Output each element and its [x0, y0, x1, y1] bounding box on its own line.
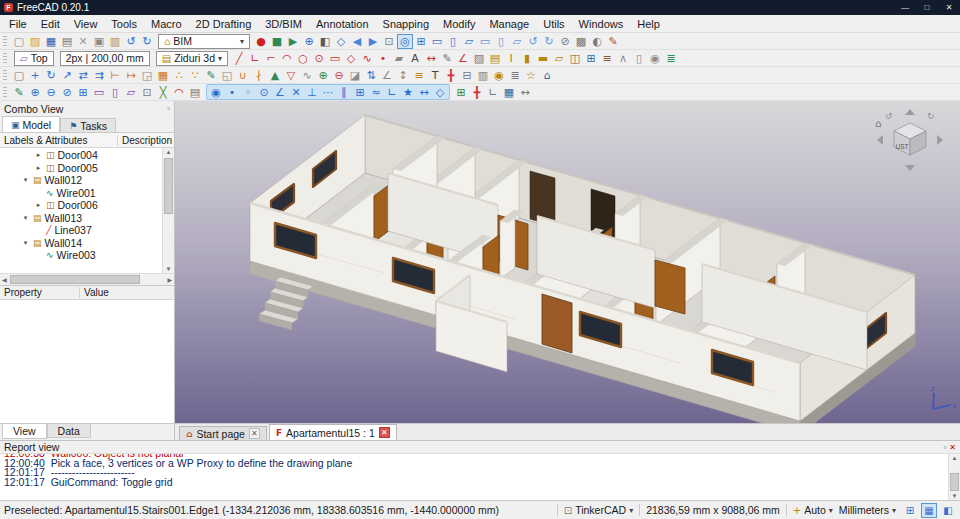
- view-right-icon[interactable]: ▱: [461, 34, 477, 49]
- toolbar-handle[interactable]: [3, 70, 7, 81]
- draft-ellipse-icon[interactable]: ⊙: [311, 51, 327, 66]
- view-top-icon[interactable]: ▯: [445, 34, 461, 49]
- snap-midpoint-icon[interactable]: ◦: [240, 85, 256, 100]
- close-button[interactable]: ✕: [938, 3, 960, 12]
- draft-fillet-icon[interactable]: ⌐: [263, 51, 279, 66]
- snap-extension-icon[interactable]: ⋯: [320, 85, 336, 100]
- tree-expander-icon[interactable]: ▾: [21, 239, 30, 247]
- snap-perpendicular-icon[interactable]: ⊥: [304, 85, 320, 100]
- zoom-region-icon[interactable]: ◎: [397, 34, 413, 49]
- scroll-up-icon[interactable]: ▲: [163, 149, 174, 155]
- tab-view[interactable]: View: [2, 424, 47, 439]
- scrollbar-thumb[interactable]: [10, 275, 140, 284]
- menu-item[interactable]: Annotation: [309, 16, 376, 32]
- status-edit-icon[interactable]: ◧: [940, 503, 956, 518]
- bim-views-icon[interactable]: ▤: [187, 85, 203, 100]
- point-array-icon[interactable]: ∵: [187, 68, 203, 83]
- scale-icon[interactable]: ↗: [59, 68, 75, 83]
- toggle-visibility-icon[interactable]: ◐: [589, 34, 605, 49]
- tree-item[interactable]: ∿ Wire003: [0, 249, 162, 262]
- snap-dimensions-icon[interactable]: ↔: [416, 85, 432, 100]
- tree-expander-icon[interactable]: ▸: [34, 151, 43, 159]
- annotation-text-icon[interactable]: T: [427, 68, 443, 83]
- toggle-grid-icon[interactable]: ⊞: [453, 85, 469, 100]
- sync-view-icon[interactable]: ⊞: [413, 34, 429, 49]
- menu-item[interactable]: 2D Drafting: [189, 16, 259, 32]
- bim-panel-icon[interactable]: ▯: [631, 51, 647, 66]
- draft-bspline-icon[interactable]: ∿: [359, 51, 375, 66]
- toggle-construction-icon[interactable]: ╳: [155, 85, 171, 100]
- flip-icon[interactable]: ↕: [395, 68, 411, 83]
- stretch-icon[interactable]: ↦: [123, 68, 139, 83]
- array-icon[interactable]: ▦: [155, 68, 171, 83]
- units-selector[interactable]: Millimeters ▾: [839, 504, 896, 516]
- maximize-button[interactable]: □: [916, 3, 938, 12]
- property-editor[interactable]: [0, 300, 174, 423]
- menu-item[interactable]: Tools: [104, 16, 144, 32]
- axes-icon[interactable]: ╋: [469, 85, 485, 100]
- status-grid-icon[interactable]: ⊞: [902, 503, 918, 518]
- fit-all-icon[interactable]: ⊕: [301, 34, 317, 49]
- bim-beam-icon[interactable]: ▬: [535, 51, 551, 66]
- print-icon[interactable]: ▤: [59, 34, 75, 49]
- split-icon[interactable]: ∤: [251, 68, 267, 83]
- menu-item[interactable]: Windows: [572, 16, 631, 32]
- draft-polygon-icon[interactable]: ◇: [343, 51, 359, 66]
- tree-expander-icon[interactable]: ▸: [34, 201, 43, 209]
- view-front-icon[interactable]: ▭: [429, 34, 445, 49]
- draw-style-icon[interactable]: ◧: [317, 34, 333, 49]
- tab-close-icon[interactable]: ✕: [379, 427, 390, 438]
- compound-icon[interactable]: ⊞: [75, 85, 91, 100]
- nav-back-icon[interactable]: ◀: [349, 34, 365, 49]
- tree-item[interactable]: ∿ Wire001: [0, 187, 162, 200]
- link-select-icon[interactable]: ⊡: [381, 34, 397, 49]
- toolbar-handle[interactable]: [3, 53, 7, 64]
- scrollbar-thumb[interactable]: [950, 473, 959, 491]
- bim-slab-icon[interactable]: ▱: [551, 51, 567, 66]
- 3d-viewport[interactable]: ⌂ ↺ ↻ UST x z: [175, 101, 960, 423]
- view-bottom-icon[interactable]: ▯: [493, 34, 509, 49]
- tree-item[interactable]: ▾ ▤ Wall012: [0, 174, 162, 187]
- snap-center-icon[interactable]: ⊙: [256, 85, 272, 100]
- texture-icon[interactable]: ▩: [573, 34, 589, 49]
- bim-stairs-icon[interactable]: ≡: [599, 51, 615, 66]
- menu-item[interactable]: Modify: [436, 16, 482, 32]
- sketch-icon[interactable]: ✎: [11, 85, 27, 100]
- tree-vertical-scrollbar[interactable]: ▲ ▼: [162, 148, 174, 273]
- bim-rebar-icon[interactable]: ≣: [663, 51, 679, 66]
- macro-record-icon[interactable]: ●: [253, 34, 269, 49]
- snap-ortho-icon[interactable]: ∟: [384, 85, 400, 100]
- redo-icon[interactable]: ↻: [139, 34, 155, 49]
- undo-icon[interactable]: ↺: [123, 34, 139, 49]
- rotate-icon[interactable]: ↻: [43, 68, 59, 83]
- draft-shapestring-icon[interactable]: A: [407, 51, 423, 66]
- move-icon[interactable]: +: [27, 68, 43, 83]
- snap-parallel-icon[interactable]: ∥: [336, 85, 352, 100]
- draft-circle-icon[interactable]: ○: [295, 51, 311, 66]
- snap-angle-icon[interactable]: ∠: [272, 85, 288, 100]
- tab-model[interactable]: ▣ Model: [2, 116, 60, 132]
- view-left-icon[interactable]: ▱: [509, 34, 525, 49]
- layer-icon[interactable]: ≡: [411, 68, 427, 83]
- navigation-style-selector[interactable]: ⊡ TinkerCAD ▾: [564, 504, 633, 516]
- draft-line-icon[interactable]: ╱: [231, 51, 247, 66]
- report-log[interactable]: 12:00:38 Wall006: Object is not planar12…: [0, 454, 960, 500]
- snap-grid-icon[interactable]: ⊞: [352, 85, 368, 100]
- path-array-icon[interactable]: ∴: [171, 68, 187, 83]
- ortho-mode-icon[interactable]: ∟: [485, 85, 501, 100]
- report-scrollbar[interactable]: ▲ ▼: [948, 454, 960, 500]
- add-point-icon[interactable]: ⊕: [315, 68, 331, 83]
- section-plane-icon[interactable]: ⊟: [459, 68, 475, 83]
- menu-item[interactable]: File: [2, 16, 34, 32]
- menu-item[interactable]: Utils: [536, 16, 571, 32]
- nav-forward-icon[interactable]: ▶: [365, 34, 381, 49]
- view-plane-button[interactable]: ▱ Top: [14, 51, 54, 66]
- tab-tasks[interactable]: ⚑ Tasks: [60, 118, 116, 132]
- difference-icon[interactable]: ⊖: [43, 85, 59, 100]
- scroll-down-icon[interactable]: ▼: [163, 266, 174, 272]
- scroll-left-icon[interactable]: ◀: [2, 276, 7, 283]
- clone-icon[interactable]: ◲: [139, 68, 155, 83]
- menu-item[interactable]: 3D/BIM: [258, 16, 309, 32]
- rotate-left-icon[interactable]: ↺: [525, 34, 541, 49]
- classification-icon[interactable]: ☆: [523, 68, 539, 83]
